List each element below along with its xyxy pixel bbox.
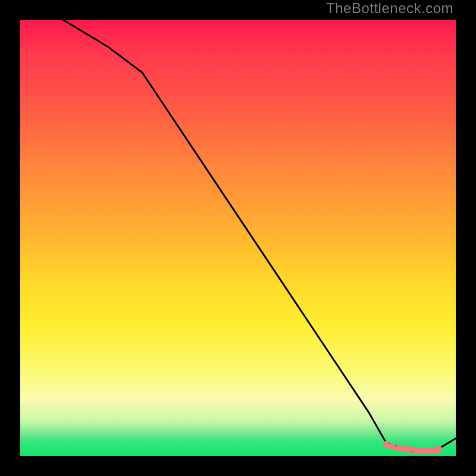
highlight-dot xyxy=(396,444,403,452)
highlight-dot xyxy=(435,445,442,452)
line-series-curve xyxy=(20,0,456,452)
highlight-dot xyxy=(389,443,396,450)
chart-overlay xyxy=(20,20,456,456)
chart-curve xyxy=(20,0,456,452)
highlight-dot xyxy=(405,446,412,453)
watermark-text: TheBottleneck.com xyxy=(326,0,453,17)
highlight-dot xyxy=(421,447,428,454)
chart-frame: TheBottleneck.com xyxy=(0,0,476,476)
highlight-dots xyxy=(383,441,442,454)
highlight-dot xyxy=(383,441,390,448)
